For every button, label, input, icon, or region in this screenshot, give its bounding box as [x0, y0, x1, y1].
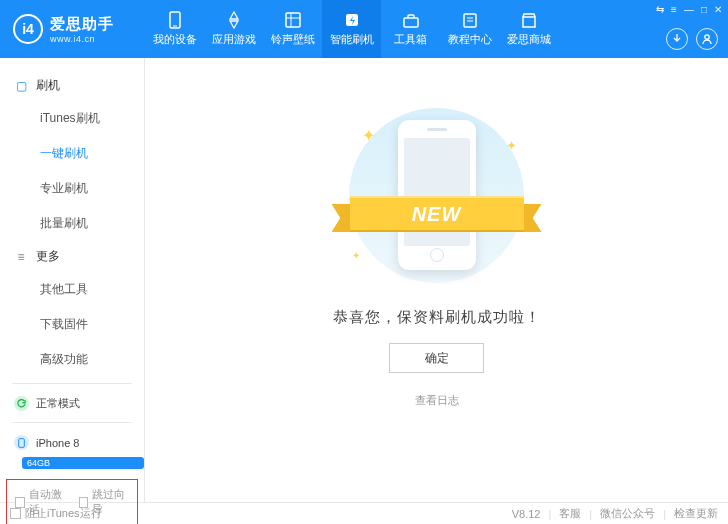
phone-icon [165, 11, 185, 29]
version-label: V8.12 [512, 508, 541, 520]
nav-phone[interactable]: 我的设备 [145, 0, 204, 58]
nav-label: 智能刷机 [330, 32, 374, 47]
group-title: 更多 [36, 248, 60, 265]
refresh-icon [14, 396, 29, 411]
menu-icon[interactable]: ≡ [671, 4, 677, 15]
wechat-link[interactable]: 微信公众号 [600, 506, 655, 521]
sidebar-item[interactable]: 专业刷机 [40, 171, 144, 206]
nav-label: 爱思商城 [507, 32, 551, 47]
storage-badge: 64GB [22, 457, 144, 469]
mode-row[interactable]: 正常模式 [0, 391, 144, 416]
sidebar-item[interactable]: 批量刷机 [40, 206, 144, 241]
nav-media[interactable]: 铃声壁纸 [263, 0, 322, 58]
svg-rect-10 [19, 438, 25, 447]
main-area: ▢刷机iTunes刷机一键刷机专业刷机批量刷机≡更多其他工具下载固件高级功能 正… [0, 58, 728, 502]
header-actions [666, 28, 718, 50]
sidebar-item[interactable]: 高级功能 [40, 342, 144, 377]
ok-button[interactable]: 确定 [389, 343, 484, 373]
group-icon: ≡ [14, 250, 28, 264]
sidebar: ▢刷机iTunes刷机一键刷机专业刷机批量刷机≡更多其他工具下载固件高级功能 正… [0, 58, 145, 502]
app-url: www.i4.cn [50, 34, 114, 44]
view-log-link[interactable]: 查看日志 [145, 393, 728, 408]
nav-flash[interactable]: 智能刷机 [322, 0, 381, 58]
logo: i4 爱思助手 www.i4.cn [0, 14, 145, 44]
nav-label: 工具箱 [394, 32, 427, 47]
group-title: 刷机 [36, 77, 60, 94]
update-link[interactable]: 检查更新 [674, 506, 718, 521]
flash-icon [342, 11, 362, 29]
nav-label: 我的设备 [153, 32, 197, 47]
svg-rect-8 [523, 17, 535, 27]
nav-book[interactable]: 教程中心 [440, 0, 499, 58]
nav-label: 应用游戏 [212, 32, 256, 47]
minimize-icon[interactable]: — [684, 4, 694, 15]
close-icon[interactable]: ✕ [714, 4, 722, 15]
sidebar-item[interactable]: 其他工具 [40, 272, 144, 307]
svg-point-9 [705, 35, 709, 39]
toolbox-icon [401, 11, 421, 29]
app-header: i4 爱思助手 www.i4.cn 我的设备应用游戏铃声壁纸智能刷机工具箱教程中… [0, 0, 728, 58]
success-illustration: ✦ ✦ ✦ NEW [332, 108, 542, 283]
sidebar-item[interactable]: 下载固件 [40, 307, 144, 342]
support-link[interactable]: 客服 [559, 506, 581, 521]
app-icon [224, 11, 244, 29]
user-button[interactable] [696, 28, 718, 50]
book-icon [460, 11, 480, 29]
device-name: iPhone 8 [36, 437, 79, 449]
top-nav: 我的设备应用游戏铃声壁纸智能刷机工具箱教程中心爱思商城 [145, 0, 558, 58]
nav-app[interactable]: 应用游戏 [204, 0, 263, 58]
store-icon [519, 11, 539, 29]
block-itunes-checkbox[interactable]: 阻止iTunes运行 [10, 506, 102, 521]
window-controls: ⇆ ≡ — □ ✕ [656, 4, 722, 15]
sidebar-item[interactable]: iTunes刷机 [40, 101, 144, 136]
mode-label: 正常模式 [36, 396, 80, 411]
nav-store[interactable]: 爱思商城 [499, 0, 558, 58]
success-message: 恭喜您，保资料刷机成功啦！ [145, 308, 728, 327]
group-刷机[interactable]: ▢刷机 [0, 70, 144, 101]
content-pane: ✦ ✦ ✦ NEW 恭喜您，保资料刷机成功啦！ 确定 查看日志 [145, 58, 728, 502]
skin-icon[interactable]: ⇆ [656, 4, 664, 15]
logo-icon: i4 [13, 14, 43, 44]
new-ribbon: NEW [332, 190, 542, 235]
svg-rect-4 [404, 18, 418, 27]
group-icon: ▢ [14, 79, 28, 93]
device-icon [14, 435, 29, 450]
maximize-icon[interactable]: □ [701, 4, 707, 15]
nav-label: 教程中心 [448, 32, 492, 47]
device-row[interactable]: iPhone 8 [0, 430, 144, 455]
media-icon [283, 11, 303, 29]
svg-rect-2 [286, 13, 300, 27]
sidebar-item[interactable]: 一键刷机 [40, 136, 144, 171]
group-更多[interactable]: ≡更多 [0, 241, 144, 272]
app-name: 爱思助手 [50, 15, 114, 34]
download-button[interactable] [666, 28, 688, 50]
nav-toolbox[interactable]: 工具箱 [381, 0, 440, 58]
nav-label: 铃声壁纸 [271, 32, 315, 47]
